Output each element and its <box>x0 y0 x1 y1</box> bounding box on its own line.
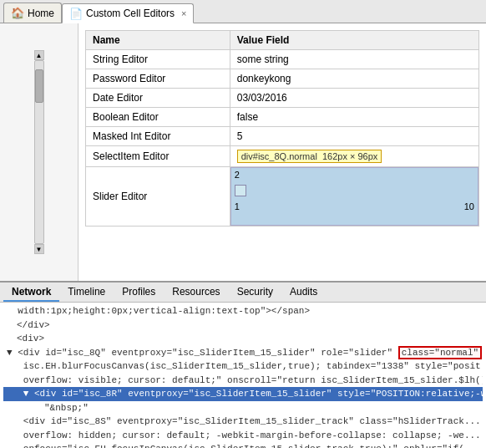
slider-editor-widget[interactable]: 2 1 10 <box>230 167 478 226</box>
row-selectitem-editor-value[interactable]: div#isc_8Q.normal 162px × 96px <box>230 146 478 167</box>
col-value-header: Value Field <box>230 31 478 50</box>
row-slider-editor-name: Slider Editor <box>86 167 230 227</box>
col-name-header: Name <box>86 31 230 50</box>
code-line-7[interactable]: ▼ <div id="isc_8R" eventproxy="isc_Slide… <box>3 387 483 401</box>
code-line-5: isc.EH.blurFocusCanvas(isc_SliderItem_15… <box>3 359 483 374</box>
tab-custom-cell-editors-label: Custom Cell Editors <box>86 8 175 19</box>
code-line-4: ▼ <div id="isc_8Q" eventproxy="isc_Slide… <box>3 346 483 360</box>
data-table: Name Value Field String Editor some stri… <box>85 30 479 227</box>
home-icon: 🏠 <box>11 7 24 19</box>
slider-thumb-area <box>231 181 478 200</box>
code-line-2: </div> <box>3 318 483 333</box>
devtools-tab-resources[interactable]: Resources <box>164 283 228 302</box>
code-line-10: overflow: hidden; cursor: default; -webk… <box>3 429 483 443</box>
page-icon: 📄 <box>69 8 83 20</box>
row-masked-editor-value[interactable]: 5 <box>230 127 478 146</box>
tab-home-label: Home <box>28 8 54 19</box>
sidebar-scrollbar: ▲ ▼ <box>0 23 78 281</box>
devtools-tab-security[interactable]: Security <box>229 283 281 302</box>
devtools-tab-timeline[interactable]: Timeline <box>59 283 114 302</box>
row-string-editor-value[interactable]: some string <box>230 50 478 69</box>
tab-close-icon[interactable]: × <box>181 8 186 18</box>
table-row: Date Editor 03/03/2016 <box>86 89 479 108</box>
code-line-11: onfocus="isc.EH.focusInCanvas(isc_Slider… <box>3 442 483 448</box>
slider-min-label: 1 <box>235 201 240 211</box>
devtools-code-view: width:1px;height:0px;vertical-align:text… <box>0 303 486 448</box>
highlight-class-normal: class="normal" <box>398 346 482 359</box>
devtools-panel: Network Timeline Profiles Resources Secu… <box>0 281 486 448</box>
tab-custom-cell-editors[interactable]: 📄 Custom Cell Editors × <box>62 3 194 23</box>
row-date-editor-name: Date Editor <box>86 89 230 108</box>
devtools-tab-profiles[interactable]: Profiles <box>114 283 164 302</box>
row-string-editor-name: String Editor <box>86 50 230 69</box>
table-row-slider: Slider Editor 2 1 10 <box>86 167 479 227</box>
scroll-track[interactable] <box>34 60 44 244</box>
scroll-down-arrow[interactable]: ▼ <box>34 244 44 254</box>
slider-min-max-labels: 1 10 <box>231 200 478 213</box>
row-masked-editor-name: Masked Int Editor <box>86 127 230 146</box>
tab-bar: 🏠 Home 📄 Custom Cell Editors × <box>0 0 486 23</box>
devtools-tab-audits[interactable]: Audits <box>281 283 326 302</box>
table-row: String Editor some string <box>86 50 479 69</box>
table-row: Boolean Editor false <box>86 108 479 127</box>
slider-max-label: 10 <box>464 201 474 211</box>
code-line-3: <div> <box>3 332 483 346</box>
table-row: Password Editor donkeykong <box>86 69 479 89</box>
devtools-tab-bar: Network Timeline Profiles Resources Secu… <box>0 283 486 303</box>
table-row-selectitem: SelectItem Editor div#isc_8Q.normal 162p… <box>86 146 479 167</box>
table-row: Masked Int Editor 5 <box>86 127 479 146</box>
code-line-6: overflow: visible; cursor: default;" ons… <box>3 374 483 388</box>
slider-labels: 2 <box>231 168 478 181</box>
scroll-up-arrow[interactable]: ▲ <box>34 50 44 60</box>
row-selectitem-editor-name: SelectItem Editor <box>86 146 230 167</box>
row-password-editor-value[interactable]: donkeykong <box>230 69 478 89</box>
row-password-editor-name: Password Editor <box>86 69 230 89</box>
content-panel: Name Value Field String Editor some stri… <box>78 23 486 281</box>
row-slider-editor-cell: 2 1 10 <box>230 167 478 227</box>
tooltip-overlay: div#isc_8Q.normal 162px × 96px <box>237 150 382 163</box>
slider-thumb[interactable] <box>235 185 246 196</box>
tab-home[interactable]: 🏠 Home <box>3 3 62 23</box>
scroll-thumb[interactable] <box>35 69 43 103</box>
row-date-editor-value[interactable]: 03/03/2016 <box>230 89 478 108</box>
devtools-tab-network[interactable]: Network <box>3 283 59 302</box>
row-boolean-editor-name: Boolean Editor <box>86 108 230 127</box>
main-area: ▲ ▼ Name Value Field String Editor some … <box>0 23 486 281</box>
slider-tick-label: 2 <box>235 170 240 180</box>
code-line-9: <div id="isc_8S" eventproxy="isc_SliderI… <box>3 415 483 429</box>
row-boolean-editor-value[interactable]: false <box>230 108 478 127</box>
code-line-1: width:1px;height:0px;vertical-align:text… <box>3 304 483 318</box>
code-line-8: "&nbsp;" <box>3 401 483 415</box>
